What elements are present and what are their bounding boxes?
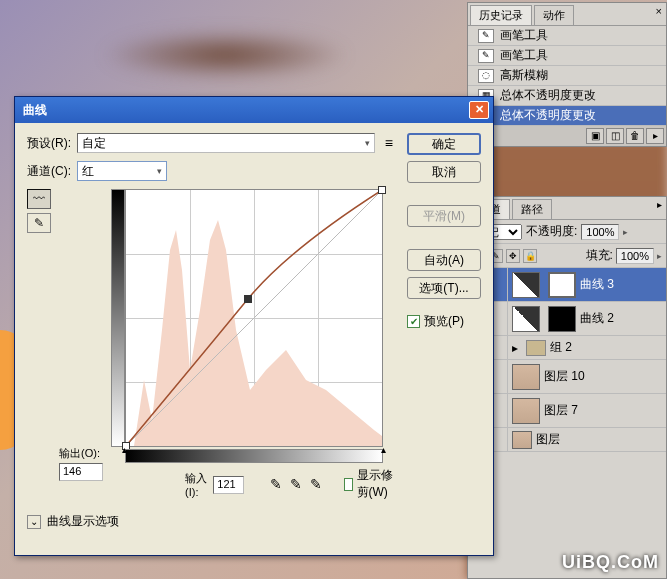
dialog-title: 曲线 (23, 102, 47, 119)
tab-actions[interactable]: 动作 (534, 5, 574, 25)
curves-dialog: 曲线 ✕ 预设(R): 自定 ▾ ≡ 通道(C): 红 ▾ 〰 (14, 96, 494, 556)
layer-row[interactable]: 👁 图层 10 (468, 360, 666, 394)
cancel-button[interactable]: 取消 (407, 161, 481, 183)
layer-thumb[interactable] (512, 431, 532, 449)
tab-history[interactable]: 历史记录 (470, 5, 532, 25)
layer-group-row[interactable]: 👁 ▸ 组 2 (468, 336, 666, 360)
history-item[interactable]: ✎画笔工具 (468, 26, 666, 46)
expand-icon[interactable]: ▸ (508, 341, 522, 355)
preview-checkbox[interactable]: ✔ 预览(P) (407, 313, 481, 330)
input-value[interactable]: 121 (213, 476, 244, 494)
channel-select[interactable]: 红 ▾ (77, 161, 167, 181)
chevron-down-icon[interactable]: ▸ (623, 227, 628, 237)
layer-row[interactable]: 👁 图层 7 (468, 394, 666, 428)
brush-icon: ✎ (478, 29, 494, 43)
history-panel: 历史记录 动作 × ✎画笔工具 ✎画笔工具 ◌高斯模糊 ▦总体不透明度更改 ▦总… (467, 2, 667, 147)
vertical-gradient (111, 189, 125, 447)
options-button[interactable]: 选项(T)... (407, 277, 481, 299)
checkbox-icon: ✔ (407, 315, 420, 328)
output-label: 输出(O): (59, 446, 103, 461)
show-clipping-checkbox[interactable]: 显示修剪(W) (344, 467, 397, 501)
panel-menu-icon[interactable]: ▸ (646, 128, 664, 144)
white-eyedropper-icon[interactable]: ✎ (310, 476, 322, 492)
black-eyedropper-icon[interactable]: ✎ (270, 476, 282, 492)
layers-panel: 通道 路径 ▸ 笔记 不透明度: 100% ▸ ▦ ✎ ✥ 🔒 填充: 100%… (467, 196, 667, 579)
curve-endpoint[interactable] (378, 186, 386, 194)
adjustment-thumb[interactable] (512, 306, 540, 332)
layer-thumb[interactable] (512, 398, 540, 424)
layer-row[interactable]: 👁 曲线 3 (468, 268, 666, 302)
fill-label: 填充: (586, 247, 613, 264)
output-value[interactable]: 146 (59, 463, 103, 481)
history-list: ✎画笔工具 ✎画笔工具 ◌高斯模糊 ▦总体不透明度更改 ▦总体不透明度更改 (468, 26, 666, 126)
lock-position-icon[interactable]: ✥ (506, 249, 520, 263)
panel-close-icon[interactable]: × (652, 5, 666, 25)
chevron-down-icon: ▾ (157, 166, 162, 176)
opacity-value[interactable]: 100% (581, 224, 619, 240)
tab-paths[interactable]: 路径 (512, 199, 552, 219)
preset-menu-icon[interactable]: ≡ (381, 135, 397, 151)
preset-select[interactable]: 自定 ▾ (77, 133, 375, 153)
curve-display-options: 曲线显示选项 (47, 513, 119, 530)
mask-thumb[interactable] (548, 306, 576, 332)
curve-tool-point[interactable]: 〰 (27, 189, 51, 209)
history-toolbar: ▣ ◫ 🗑 ▸ (468, 126, 666, 146)
layer-row[interactable]: 👁 图层 (468, 428, 666, 452)
history-item[interactable]: ▦总体不透明度更改 (468, 106, 666, 126)
panel-menu-icon[interactable]: ▸ (653, 199, 666, 219)
black-point-slider[interactable]: ▴ (122, 444, 127, 455)
curve-line (126, 190, 382, 446)
opacity-label: 不透明度: (526, 223, 577, 240)
ok-button[interactable]: 确定 (407, 133, 481, 155)
folder-icon (526, 340, 546, 356)
chevron-down-icon: ▾ (365, 138, 370, 148)
channel-label: 通道(C): (27, 163, 71, 180)
curve-graph[interactable] (125, 189, 383, 447)
horizontal-gradient[interactable]: ▴ ▴ (125, 449, 383, 463)
brush-icon: ✎ (478, 49, 494, 63)
mask-thumb[interactable] (548, 272, 576, 298)
close-icon[interactable]: ✕ (469, 101, 489, 119)
preset-label: 预设(R): (27, 135, 71, 152)
smooth-button: 平滑(M) (407, 205, 481, 227)
gray-eyedropper-icon[interactable]: ✎ (290, 476, 302, 492)
white-point-slider[interactable]: ▴ (381, 444, 386, 455)
checkbox-icon (344, 478, 353, 491)
layer-row[interactable]: 👁 曲线 2 (468, 302, 666, 336)
input-label: 输入(I): (185, 471, 207, 498)
curve-tool-pencil[interactable]: ✎ (27, 213, 51, 233)
lock-all-icon[interactable]: 🔒 (523, 249, 537, 263)
watermark: UiBQ.CoM (562, 552, 659, 573)
curve-point[interactable] (244, 295, 252, 303)
chevron-down-icon[interactable]: ▸ (657, 251, 662, 261)
titlebar[interactable]: 曲线 ✕ (15, 97, 493, 123)
trash-icon[interactable]: 🗑 (626, 128, 644, 144)
history-item[interactable]: ◌高斯模糊 (468, 66, 666, 86)
blur-icon: ◌ (478, 69, 494, 83)
new-doc-icon[interactable]: ◫ (606, 128, 624, 144)
expand-icon[interactable]: ⌄ (27, 515, 41, 529)
history-item[interactable]: ✎画笔工具 (468, 46, 666, 66)
adjustment-thumb[interactable] (512, 272, 540, 298)
fill-value[interactable]: 100% (616, 248, 654, 264)
new-snapshot-icon[interactable]: ▣ (586, 128, 604, 144)
layer-thumb[interactable] (512, 364, 540, 390)
auto-button[interactable]: 自动(A) (407, 249, 481, 271)
history-item[interactable]: ▦总体不透明度更改 (468, 86, 666, 106)
